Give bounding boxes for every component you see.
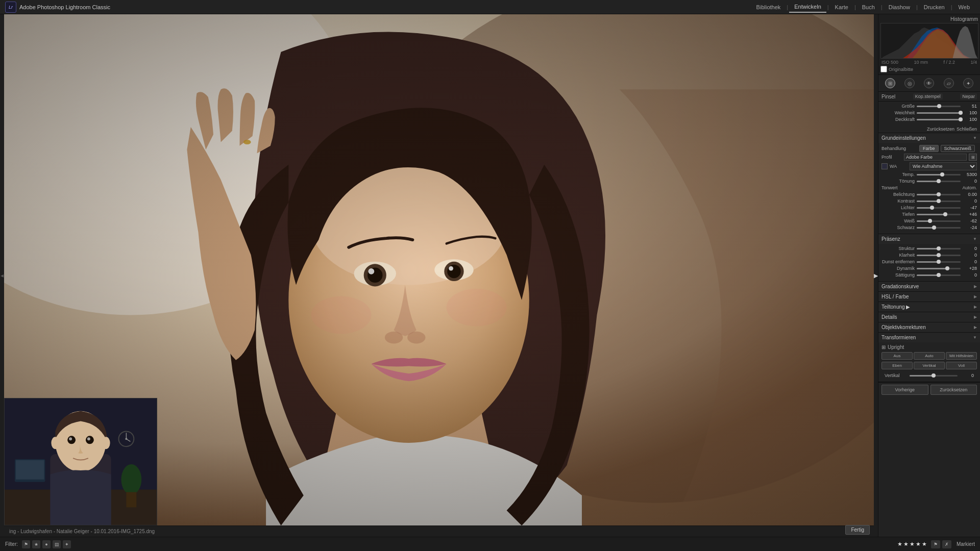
vertikal-value: 0: [960, 373, 974, 378]
right-panel-toggle[interactable]: ▶: [874, 14, 878, 537]
weichheit-slider[interactable]: [917, 112, 961, 114]
profil-grid-btn[interactable]: ⊞: [969, 154, 977, 161]
spot-removal-tool[interactable]: ◎: [904, 78, 915, 88]
sw-btn[interactable]: Schwarzweiß: [941, 145, 975, 152]
praesenz-title: Präsenz: [881, 236, 900, 242]
temp-label: Temp.: [881, 172, 915, 177]
kop-stempel-btn[interactable]: Kop.stempel: [913, 93, 943, 99]
tiefe-label: Tiefen: [881, 212, 915, 217]
star-4[interactable]: ★: [916, 541, 921, 547]
schliessen-small[interactable]: Schließen: [957, 127, 977, 132]
original-checkbox-input[interactable]: [880, 66, 887, 72]
grosse-slider[interactable]: [917, 106, 961, 107]
vorherige-button[interactable]: Vorherige: [881, 385, 928, 395]
teiltonung-section: Teiltonung ▶ ▶: [878, 302, 980, 312]
nav-bibliothek[interactable]: Bibliothek: [751, 2, 786, 12]
deckkraft-slider[interactable]: [917, 119, 961, 120]
star-1[interactable]: ★: [897, 541, 902, 547]
main-photo: [4, 14, 874, 525]
histogram-original-checkbox[interactable]: Originalbitte: [880, 66, 978, 72]
farbe-btn[interactable]: Farbe: [919, 145, 939, 152]
redeye-tool[interactable]: 👁: [924, 78, 934, 88]
transform-content: ⊞ Upright Aus Auto Mit Hilfslinien Eben …: [878, 342, 980, 382]
left-panel-toggle[interactable]: ◀: [0, 14, 4, 537]
upright-icon: ⊞: [881, 344, 886, 350]
webcam-svg: [5, 398, 157, 525]
upright-text: Upright: [888, 344, 904, 350]
temp-slider[interactable]: [917, 174, 961, 176]
vertikal-slider[interactable]: [910, 375, 958, 377]
praesenz-section: Präsenz ▼ Struktur 0 Klarheit: [878, 234, 980, 282]
graduated-filter-tool[interactable]: ▱: [944, 78, 954, 88]
profil-label: Profil: [881, 155, 902, 160]
grundeinstellungen-header[interactable]: Grundeinstellungen ▼: [878, 133, 980, 143]
dunst-slider[interactable]: [917, 261, 961, 263]
flag-pick-btn[interactable]: ⚑: [931, 540, 940, 548]
nav-drucken[interactable]: Drucken: [919, 2, 950, 12]
svg-point-28: [87, 437, 90, 440]
wa-row: WA Wie Aufnahme: [881, 162, 977, 170]
nepar-btn[interactable]: Nepar: [960, 93, 977, 99]
star-3[interactable]: ★: [910, 541, 915, 547]
belichtung-slider[interactable]: [917, 194, 961, 195]
grundeinstellungen-content: Behandlung Farbe Schwarzweiß Profil Adob…: [878, 143, 980, 234]
upright-mit-hilfslinien-btn[interactable]: Mit Hilfslinien: [946, 352, 977, 360]
filter-flag-btn[interactable]: ⚑: [22, 540, 30, 548]
kontrast-slider[interactable]: [917, 201, 961, 202]
pinsel-label: Pinsel: [881, 94, 895, 99]
upright-vertikal-btn[interactable]: Vertikal: [914, 362, 945, 369]
star-5[interactable]: ★: [922, 541, 927, 547]
markiert-label[interactable]: Markiert: [957, 541, 975, 547]
filter-color-btn[interactable]: ●: [42, 540, 51, 548]
transformieren-header[interactable]: Transformieren ▼: [878, 333, 980, 342]
nav-buch[interactable]: Buch: [857, 2, 880, 12]
schwarz-slider[interactable]: [917, 227, 961, 229]
upright-aus-btn[interactable]: Aus: [881, 352, 913, 360]
tiefe-slider[interactable]: [917, 214, 961, 215]
wa-select[interactable]: Wie Aufnahme: [910, 162, 977, 170]
crop-tool[interactable]: ⊞: [885, 78, 895, 88]
nav-karte[interactable]: Karte: [830, 2, 853, 12]
praesenz-header[interactable]: Präsenz ▼: [878, 234, 980, 244]
tonung-value: 0: [963, 179, 977, 184]
hsl-header[interactable]: HSL / Farbe ▶: [878, 292, 980, 302]
weiss-slider[interactable]: [917, 220, 961, 222]
eyedropper-icon[interactable]: [881, 163, 888, 169]
webcam-overlay: [4, 398, 157, 525]
filename-label: ing - Ludwigshafen - Natalie Geiger - 10…: [9, 529, 155, 534]
grundeinstellungen-section: Grundeinstellungen ▼ Behandlung Farbe Sc…: [878, 133, 980, 234]
zuruecksetzen-button[interactable]: Zurücksetzen: [930, 385, 977, 395]
nav-diashow[interactable]: Diashow: [884, 2, 915, 12]
lichter-slider[interactable]: [917, 207, 961, 209]
klarheit-slider[interactable]: [917, 255, 961, 256]
upright-voll-btn[interactable]: Voll: [946, 362, 977, 369]
zuruecksetzen-small[interactable]: Zurücksetzen: [927, 127, 954, 132]
star-2[interactable]: ★: [903, 541, 909, 547]
saettigung-slider[interactable]: [917, 274, 961, 276]
histogram-section: Histogramm: [878, 14, 980, 75]
dynamik-slider[interactable]: [917, 268, 961, 269]
nav-web[interactable]: Web: [953, 2, 975, 12]
flag-reject-btn[interactable]: ✗: [942, 540, 951, 548]
flag-row: ⚑ ✗: [931, 540, 952, 548]
filter-kind-btn[interactable]: ▤: [53, 540, 61, 548]
tonung-slider[interactable]: [917, 181, 961, 182]
struktur-value: 0: [963, 246, 977, 251]
struktur-slider[interactable]: [917, 248, 961, 249]
upright-eben-btn[interactable]: Eben: [881, 362, 913, 369]
right-panel: Histogramm: [878, 14, 980, 537]
upright-auto-btn[interactable]: Auto: [914, 352, 945, 360]
adjustment-brush-tool[interactable]: ✦: [963, 78, 973, 88]
fertig-button[interactable]: Fertig: [845, 525, 870, 535]
objektivkorrekturen-header[interactable]: Objektivkorrekturen ▶: [878, 322, 980, 332]
kontrast-label: Kontrast: [881, 198, 915, 204]
teiltonung-header[interactable]: Teiltonung ▶ ▶: [878, 302, 980, 312]
tonwert-label: Tonwert: [881, 185, 898, 190]
details-header[interactable]: Details ▶: [878, 312, 980, 322]
webcam-feed: [5, 398, 157, 525]
filter-smart-btn[interactable]: ✦: [63, 540, 71, 548]
filter-rating-btn[interactable]: ★: [32, 540, 40, 548]
tonwert-auto[interactable]: Autom.: [962, 185, 977, 190]
gradationskurve-header[interactable]: Gradationskurve ▶: [878, 282, 980, 291]
nav-entwickeln[interactable]: Entwickeln: [789, 2, 826, 13]
